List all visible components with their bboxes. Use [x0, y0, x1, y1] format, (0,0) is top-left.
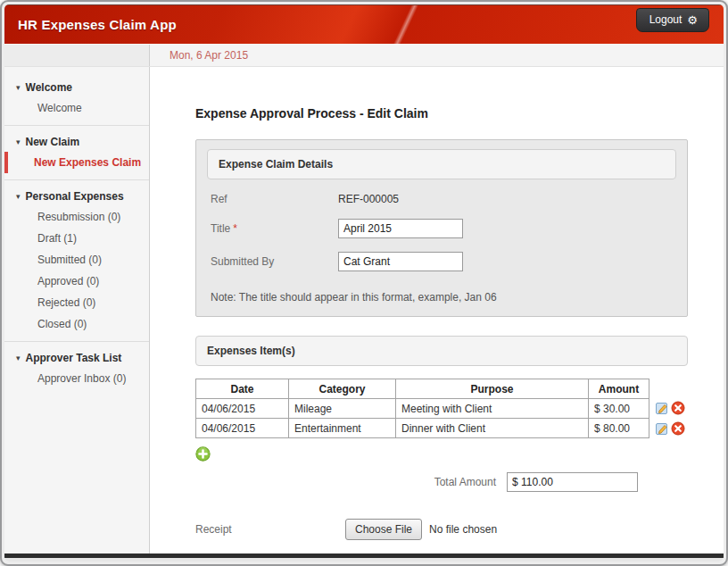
- required-asterisk: *: [233, 222, 237, 235]
- edit-pencil-icon[interactable]: [655, 421, 669, 436]
- sidebar-section-label: Personal Expenses: [26, 190, 124, 203]
- title-input[interactable]: [338, 219, 463, 238]
- add-icon[interactable]: [195, 446, 211, 462]
- expense-cell-purpose: Meeting with Client: [396, 399, 589, 419]
- app-window: HR Expenses Claim App Logout ⚙ Mon, 6 Ap…: [0, 0, 728, 566]
- sidebar-section-header[interactable]: ▾Welcome: [4, 74, 149, 97]
- expense-cell-date: 04/06/2015: [196, 419, 289, 438]
- row-actions-column: [655, 400, 685, 436]
- title-label: Title*: [207, 222, 338, 235]
- expense-row-actions: [655, 400, 685, 415]
- edit-pencil-icon[interactable]: [655, 401, 669, 415]
- column-header-amount: Amount: [589, 379, 649, 399]
- sidebar-item[interactable]: Rejected (0): [4, 292, 149, 313]
- ref-label: Ref: [207, 193, 338, 205]
- expense-cell-amount: $ 80.00: [589, 419, 649, 438]
- sidebar-item[interactable]: Closed (0): [4, 313, 149, 335]
- chevron-down-icon: ▾: [16, 354, 21, 362]
- total-amount-row: Total Amount: [195, 472, 638, 492]
- app-header: HR Expenses Claim App Logout ⚙: [4, 4, 724, 44]
- delete-row-icon[interactable]: [671, 401, 685, 415]
- delete-row-icon[interactable]: [671, 421, 685, 436]
- choose-file-button[interactable]: Choose File: [345, 519, 422, 540]
- chevron-down-icon: ▾: [16, 192, 21, 201]
- app-title: HR Expenses Claim App: [18, 17, 177, 32]
- total-amount-label: Total Amount: [434, 476, 496, 488]
- sidebar-item[interactable]: New Expenses Claim: [4, 152, 149, 173]
- sidebar-section-label: New Claim: [26, 136, 80, 148]
- gear-icon: ⚙: [687, 14, 698, 26]
- sidebar-item[interactable]: Approver Inbox (0): [4, 368, 149, 389]
- column-header-category: Category: [289, 379, 396, 399]
- sidebar-section-header[interactable]: ▾Personal Expenses: [4, 179, 149, 206]
- sidebar-item[interactable]: Submitted (0): [4, 249, 149, 271]
- claim-details-panel: Expense Claim Details Ref REF-000005 Tit…: [195, 139, 688, 317]
- receipt-row: Receipt Choose File No file chosen: [195, 519, 690, 540]
- date-bar: Mon, 6 Apr 2015: [4, 44, 724, 67]
- no-file-chosen-text: No file chosen: [429, 523, 497, 536]
- ref-field-row: Ref REF-000005: [207, 193, 676, 205]
- expenses-table-body: 04/06/2015MileageMeeting with Client$ 30…: [196, 399, 649, 438]
- expenses-table: Date Category Purpose Amount 04/06/2015M…: [195, 379, 649, 438]
- expense-cell-category: Entertainment: [289, 419, 396, 438]
- app-window-inner: HR Expenses Claim App Logout ⚙ Mon, 6 Ap…: [4, 4, 724, 562]
- receipt-label: Receipt: [195, 523, 345, 536]
- sidebar-section-label: Approver Task List: [26, 352, 122, 364]
- logout-label: Logout: [649, 13, 682, 26]
- submitted-by-label: Submitted By: [207, 255, 338, 268]
- chevron-down-icon: ▾: [16, 137, 21, 146]
- expense-row: 04/06/2015MileageMeeting with Client$ 30…: [196, 399, 649, 419]
- expense-cell-purpose: Dinner with Client: [396, 419, 589, 438]
- expenses-items-panel-title: Expenses Item(s): [195, 336, 688, 366]
- sidebar-item[interactable]: Resubmission (0): [4, 206, 149, 228]
- expense-cell-amount: $ 30.00: [589, 399, 649, 419]
- column-header-purpose: Purpose: [396, 379, 589, 399]
- total-amount-input[interactable]: [507, 472, 638, 492]
- expense-cell-category: Mileage: [289, 399, 396, 419]
- title-field-row: Title*: [207, 219, 676, 238]
- main-content: Expense Approval Process - Edit Claim Ex…: [150, 67, 724, 554]
- sidebar-section-header[interactable]: ▾New Claim: [4, 125, 149, 152]
- sidebar-nav: ▾WelcomeWelcome▾New ClaimNew Expenses Cl…: [4, 67, 150, 554]
- submitted-by-input[interactable]: [338, 252, 463, 271]
- add-expense-row: [195, 446, 690, 465]
- column-header-date: Date: [196, 379, 289, 399]
- app-body: ▾WelcomeWelcome▾New ClaimNew Expenses Cl…: [4, 67, 724, 554]
- date-bar-sidebar-cell: [4, 44, 150, 66]
- sidebar-item[interactable]: Draft (1): [4, 228, 149, 249]
- expenses-table-header-row: Date Category Purpose Amount: [196, 379, 649, 399]
- sidebar-item[interactable]: Approved (0): [4, 271, 149, 292]
- sidebar-section-header[interactable]: ▾Approver Task List: [4, 341, 149, 368]
- expense-cell-date: 04/06/2015: [196, 399, 289, 419]
- logout-button[interactable]: Logout ⚙: [636, 8, 709, 32]
- expense-row: 04/06/2015EntertainmentDinner with Clien…: [196, 419, 649, 438]
- sidebar-item[interactable]: Welcome: [4, 97, 149, 119]
- claim-details-panel-title: Expense Claim Details: [207, 149, 676, 179]
- chevron-down-icon: ▾: [16, 83, 21, 92]
- submitted-by-field-row: Submitted By: [207, 252, 676, 271]
- ref-value: REF-000005: [338, 193, 399, 205]
- footer-bar: [4, 554, 724, 562]
- title-format-note: Note: The title should appear in this fo…: [207, 291, 676, 304]
- page-title: Expense Approval Process - Edit Claim: [195, 106, 690, 121]
- expense-row-actions: [655, 420, 685, 436]
- current-date: Mon, 6 Apr 2015: [150, 44, 248, 66]
- sidebar-section-label: Welcome: [26, 81, 72, 94]
- expenses-table-wrap: Date Category Purpose Amount 04/06/2015M…: [195, 379, 690, 438]
